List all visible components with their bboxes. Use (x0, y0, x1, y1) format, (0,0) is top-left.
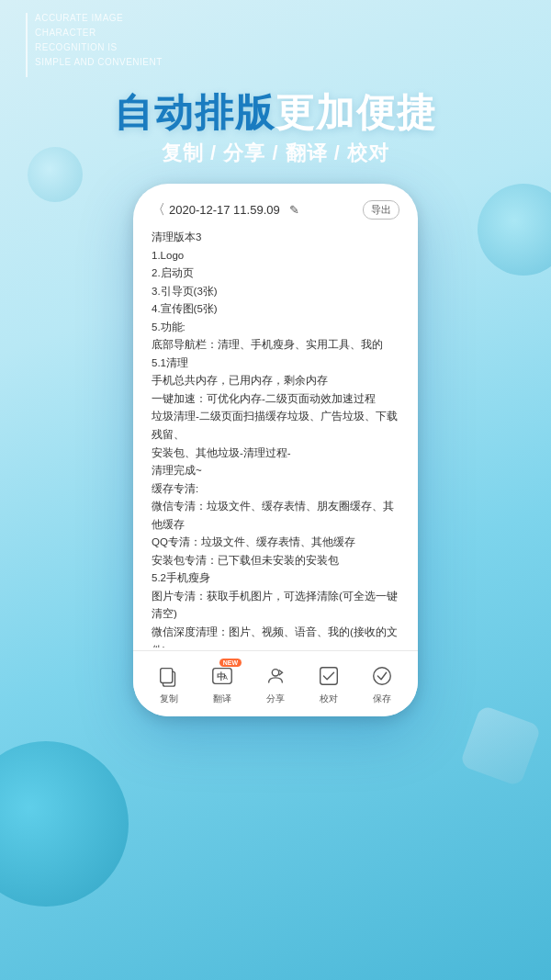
watermark-text: ACCURATE IMAGECHARACTERRECOGNITION ISSIM… (35, 11, 163, 70)
watermark: ACCURATE IMAGECHARACTERRECOGNITION ISSIM… (26, 11, 163, 77)
save-label: 保存 (373, 693, 391, 705)
share-label: 分享 (266, 693, 285, 705)
content-line: 清理完成~ (152, 462, 399, 480)
phone-top-bar: 〈 2020-12-17 11.59.09 ✎ 导出 (139, 193, 412, 225)
content-line: 5.1清理 (152, 355, 399, 373)
phone-back-button[interactable]: 〈 2020-12-17 11.59.09 ✎ (152, 201, 299, 219)
translate-button[interactable]: NEW 中 A 翻译 (196, 662, 249, 705)
phone-mockup: 〈 2020-12-17 11.59.09 ✎ 导出 清理版本31.Logo2.… (133, 184, 418, 716)
share-button[interactable]: 分享 (249, 662, 302, 705)
bg-decoration-circle-2 (478, 184, 551, 276)
phone-outer: 〈 2020-12-17 11.59.09 ✎ 导出 清理版本31.Logo2.… (133, 184, 418, 716)
content-line: 垃圾清理-二级页面扫描缓存垃圾、广告垃圾、下载残留、 (152, 408, 399, 444)
copy-icon (155, 662, 183, 690)
headline-area: 自动排版更加便捷 复制 / 分享 / 翻译 / 校对 (0, 92, 551, 167)
bg-decoration-cube (459, 704, 542, 787)
phone-content: 清理版本31.Logo2.启动页3.引导页(3张)4.宣传图(5张)5.功能:底… (139, 225, 412, 648)
content-line: 4.宣传图(5张) (152, 300, 399, 319)
copy-button[interactable]: 复制 (142, 662, 196, 705)
content-line: QQ专清：垃圾文件、缓存表情、其他缓存 (152, 534, 399, 552)
phone-date: 2020-12-17 11.59.09 (169, 203, 280, 217)
svg-point-5 (272, 670, 278, 676)
share-icon (262, 662, 289, 690)
export-button[interactable]: 导出 (363, 200, 399, 220)
new-badge: NEW (219, 659, 242, 667)
content-line: 5.功能: (152, 319, 399, 337)
translate-label: 翻译 (213, 693, 231, 705)
headline-main: 自动排版更加便捷 (0, 92, 551, 134)
content-line: 手机总共内存，已用内存，剩余内存 (152, 372, 399, 390)
content-line: 清理版本3 (152, 229, 399, 247)
content-line: 一键加速：可优化内存-二级页面动效加速过程 (152, 390, 399, 409)
headline-sub: 复制 / 分享 / 翻译 / 校对 (0, 140, 551, 167)
check-icon (315, 662, 343, 690)
svg-rect-6 (320, 668, 338, 685)
content-line: 1.Logo (152, 247, 399, 265)
svg-text:A: A (223, 673, 228, 681)
copy-label: 复制 (160, 693, 178, 705)
edit-icon: ✎ (289, 203, 299, 217)
content-line: 底部导航栏：清理、手机瘦身、实用工具、我的 (152, 336, 399, 355)
content-line: 缓存专清: (152, 480, 399, 499)
save-button[interactable]: 保存 (355, 662, 409, 705)
content-line: 微信深度清理：图片、视频、语音、我的(接收的文件) (152, 624, 399, 648)
back-chevron-icon: 〈 (152, 201, 165, 219)
svg-rect-1 (161, 669, 173, 683)
content-line: 图片专清：获取手机图片，可选择清除(可全选一键清空) (152, 588, 399, 624)
save-icon (368, 662, 396, 690)
proofread-button[interactable]: 校对 (302, 662, 355, 705)
bg-decoration-circle-1 (0, 741, 129, 907)
phone-bottom-bar: 复制 NEW 中 A 翻译 (133, 650, 418, 716)
content-line: 微信专清：垃圾文件、缓存表情、朋友圈缓存、其他缓存 (152, 498, 399, 534)
headline-highlight: 自动排版 (114, 91, 276, 134)
content-line: 2.启动页 (152, 265, 399, 283)
watermark-line (26, 13, 28, 77)
proofread-label: 校对 (320, 693, 338, 705)
content-line: 安装包专清：已下载但未安装的安装包 (152, 552, 399, 570)
translate-icon: NEW 中 A (208, 662, 236, 690)
content-line: 3.引导页(3张) (152, 283, 399, 301)
svg-point-7 (374, 668, 391, 685)
content-line: 安装包、其他垃圾-清理过程- (152, 445, 399, 463)
content-line: 5.2手机瘦身 (152, 569, 399, 588)
